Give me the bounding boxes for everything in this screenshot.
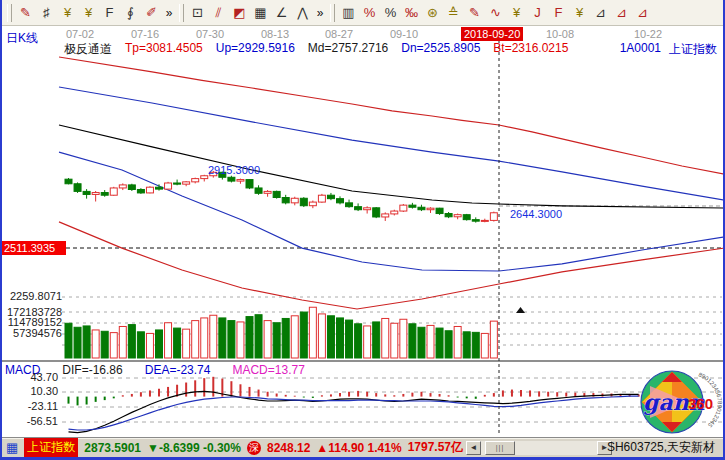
toolbar-separator bbox=[179, 4, 184, 22]
macd-axis-label: -23.11 bbox=[2, 400, 58, 412]
volume-axis-label: 57394576 bbox=[2, 327, 62, 339]
pen-tool-icon[interactable]: ✎ bbox=[464, 3, 485, 23]
gann360-logo: 890123456789012345 gann 360 bbox=[632, 368, 724, 436]
percent-levels-icon[interactable]: ‰ bbox=[401, 3, 422, 23]
date-tick-label: 08-27 bbox=[325, 28, 353, 40]
macd-axis-label: 43.70 bbox=[2, 371, 58, 383]
bars-panel-icon[interactable]: ▥ bbox=[338, 3, 359, 23]
turnover-value: 1797.57亿 bbox=[408, 439, 463, 456]
macd-dif-value: DIF=-16.86 bbox=[62, 363, 122, 377]
win-angle-icon[interactable]: ⊿ bbox=[611, 3, 632, 23]
gold-angle-icon[interactable]: ¥ bbox=[569, 3, 590, 23]
symbol-code: 1A0001 bbox=[620, 41, 661, 58]
date-tick-label: 09-10 bbox=[390, 28, 418, 40]
indicator-bt: Bt=2316.0215 bbox=[493, 41, 568, 58]
crosshair-price-badge: 2511.3935 bbox=[2, 241, 66, 255]
wave-channel-icon[interactable]: ∿ bbox=[485, 3, 506, 23]
shenzhen-badge: 深 bbox=[247, 441, 261, 455]
macd-axis-label: 10.30 bbox=[2, 385, 58, 397]
macd-macd-value: MACD=13.77 bbox=[232, 363, 304, 377]
indicator-dn: Dn=2525.8905 bbox=[401, 41, 480, 58]
spiral-icon[interactable]: ∮ bbox=[120, 3, 141, 23]
symbol-name: 上证指数 bbox=[669, 41, 717, 58]
date-tick-label: 07-16 bbox=[131, 28, 159, 40]
more-draw-icon[interactable]: » bbox=[313, 3, 327, 23]
price-axis-low-label: 2259.8071 bbox=[2, 290, 62, 302]
toolbar: ✎♯¥¥F∮✐»⊡⫽◩▦∠⋀»▥%%‰⊛≙✎∿¥JF¥⊿⊿⊿ bbox=[2, 0, 723, 26]
shenzhen-price: 8248.12 bbox=[267, 441, 310, 455]
shenzhen-change: ▲114.90 1.41% bbox=[316, 441, 401, 455]
date-tick-label: 07-30 bbox=[196, 28, 224, 40]
chart-area[interactable]: 日K线 07-0207-1607-3008-1308-2709-1010-081… bbox=[2, 26, 723, 437]
period-label: 日K线 bbox=[6, 30, 38, 47]
fan-box-icon[interactable]: ◩ bbox=[229, 3, 250, 23]
security-label: SH603725,天安新材 bbox=[607, 439, 715, 456]
f-lines-icon[interactable]: F bbox=[99, 3, 120, 23]
speed-angle-icon[interactable]: ⊿ bbox=[590, 3, 611, 23]
angle-line-icon[interactable]: ∠ bbox=[271, 3, 292, 23]
quote-grid-icon[interactable]: ▦ bbox=[6, 440, 18, 455]
grid-box-icon[interactable]: ▦ bbox=[250, 3, 271, 23]
brush-icon[interactable]: ✎ bbox=[15, 3, 36, 23]
date-tick-label: 07-02 bbox=[66, 28, 94, 40]
j-angle-icon[interactable]: J bbox=[527, 3, 548, 23]
symbol-label: 1A0001 上证指数 bbox=[620, 41, 717, 58]
date-tick-label: 10-08 bbox=[546, 28, 574, 40]
scroll-left-button[interactable]: ◄ bbox=[466, 441, 481, 455]
f-angle-icon[interactable]: F bbox=[548, 3, 569, 23]
gann-fan-icon[interactable]: ⫽ bbox=[208, 3, 229, 23]
indicator-md: Md=2757.2716 bbox=[308, 41, 388, 58]
toolbar-separator bbox=[330, 4, 335, 22]
crosshair-date-badge: 2018-09-20 bbox=[461, 27, 523, 41]
date-tick-label: 10-22 bbox=[634, 28, 662, 40]
zigzag-icon[interactable]: ⋀ bbox=[292, 3, 313, 23]
gold-circle-icon[interactable]: ⊛ bbox=[422, 3, 443, 23]
date-tick-label: 08-13 bbox=[261, 28, 289, 40]
percent-line-icon[interactable]: % bbox=[359, 3, 380, 23]
gold-grid-icon[interactable]: ¥ bbox=[57, 3, 78, 23]
index-price: 2873.5901 bbox=[84, 441, 141, 455]
scroll-track[interactable]: ||| bbox=[481, 441, 597, 455]
logo-360-text: 360 bbox=[688, 395, 713, 412]
toolbar-grip bbox=[7, 4, 12, 22]
gold-levels-icon[interactable]: ≙ bbox=[443, 3, 464, 23]
indicator-up: Up=2929.5916 bbox=[216, 41, 295, 58]
macd-dea-value: DEA=-23.74 bbox=[145, 363, 211, 377]
scroll-thumb[interactable]: ||| bbox=[485, 441, 515, 455]
box-tool-icon[interactable]: ⊡ bbox=[187, 3, 208, 23]
indicator-name: 极反通道 bbox=[64, 41, 112, 58]
indicator-header: 极反通道 Tp=3081.4505 Up=2929.5916 Md=2757.2… bbox=[64, 41, 568, 58]
app-window: ✎♯¥¥F∮✐»⊡⫽◩▦∠⋀»▥%%‰⊛≙✎∿¥JF¥⊿⊿⊿ 日K线 07-02… bbox=[0, 0, 725, 460]
index-change: ▼-8.6399 -0.30% bbox=[147, 441, 241, 455]
gold-grid2-icon[interactable]: ¥ bbox=[78, 3, 99, 23]
percent-icon[interactable]: % bbox=[380, 3, 401, 23]
index-tab[interactable]: 上证指数 bbox=[24, 438, 78, 457]
status-bar: ▦ 上证指数 2873.5901 ▼-8.6399 -0.30% 深 8248.… bbox=[2, 437, 723, 457]
grid-lines-icon[interactable]: ♯ bbox=[36, 3, 57, 23]
more-tools-icon[interactable]: » bbox=[162, 3, 176, 23]
brush-grid-icon[interactable]: ✐ bbox=[141, 3, 162, 23]
high-price-annotation: 2915.3000 bbox=[208, 164, 260, 176]
horizontal-scrollbar[interactable]: ◄ ||| ► bbox=[466, 441, 612, 455]
four-angle-icon[interactable]: ⊿ bbox=[632, 3, 653, 23]
gold-tool-icon[interactable]: ¥ bbox=[506, 3, 527, 23]
macd-axis-label: -56.51 bbox=[2, 415, 58, 427]
low-price-annotation: 2644.3000 bbox=[510, 208, 562, 220]
indicator-tp: Tp=3081.4505 bbox=[125, 41, 203, 58]
